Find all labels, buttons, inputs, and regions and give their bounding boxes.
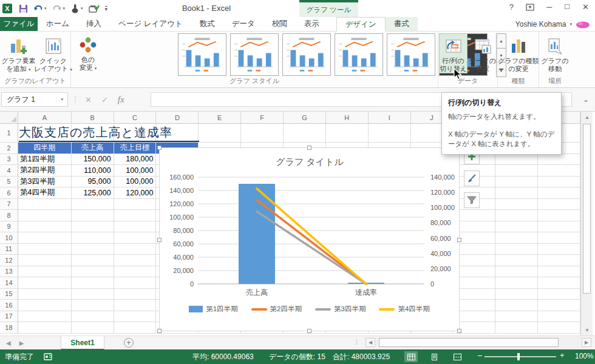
cell-A18[interactable] (18, 322, 72, 334)
row-header-5[interactable]: 5 (0, 177, 18, 188)
chart-style-thumbnail-3[interactable] (282, 33, 331, 76)
row-header-8[interactable]: 8 (0, 210, 18, 221)
cell-L16[interactable] (495, 300, 538, 311)
cell-A8[interactable] (18, 210, 72, 221)
column-header-B[interactable]: B (72, 112, 114, 124)
select-data-button[interactable]: データの選択 (468, 33, 497, 73)
tab-format[interactable]: 書式 (386, 17, 418, 31)
cell-B11[interactable] (72, 244, 114, 255)
cell-L13[interactable] (495, 266, 538, 278)
row-header-10[interactable]: 10 (0, 232, 18, 244)
legend-item-第3四半期[interactable]: 第3四半期 (315, 305, 365, 314)
cell-C15[interactable] (114, 289, 157, 300)
column-header-A[interactable]: A (18, 112, 72, 124)
touch-mode-button[interactable]: ▾ (70, 4, 83, 13)
tab-review[interactable]: 校閲 (264, 17, 296, 31)
cell-M15[interactable] (538, 289, 580, 300)
cell-L3[interactable] (495, 154, 538, 166)
cell-A6[interactable]: 第4四半期 (18, 187, 72, 199)
legend-item-第2四半期[interactable]: 第2四半期 (251, 305, 302, 314)
cell-M8[interactable] (538, 210, 580, 221)
cell-B18[interactable] (72, 322, 114, 334)
chart-handle-se[interactable] (457, 329, 461, 333)
cell-B5[interactable]: 95,000 (72, 177, 114, 188)
chart-handle-sw[interactable] (157, 329, 162, 333)
row-header-11[interactable]: 11 (0, 244, 18, 255)
cell-A13[interactable] (18, 266, 72, 278)
cell-L18[interactable] (495, 322, 538, 334)
help-button[interactable]: ? (509, 2, 514, 12)
column-header-C[interactable]: C (114, 112, 157, 124)
cell-B16[interactable] (72, 300, 114, 311)
tab-data[interactable]: データ (223, 17, 264, 31)
cell-C13[interactable] (114, 266, 157, 278)
cell-M3[interactable] (538, 154, 580, 166)
sheet-nav-next-icon[interactable]: ▶ (19, 340, 24, 346)
change-chart-type-button[interactable]: グラフの種類の変更 (499, 33, 538, 73)
cell-A3[interactable]: 第1四半期 (18, 154, 72, 166)
scroll-up-arrow[interactable]: ▲ (581, 112, 593, 123)
status-count[interactable]: データの個数: 15 (269, 352, 325, 362)
cell-M16[interactable] (538, 300, 580, 311)
sheet-nav-prev-icon[interactable]: ◀ (6, 340, 11, 346)
cell-B8[interactable] (72, 210, 114, 221)
cell-G1[interactable] (284, 124, 326, 143)
expand-formula-bar-icon[interactable]: ⌄ (583, 95, 589, 104)
cell-M10[interactable] (538, 232, 580, 244)
chart-legend[interactable]: 第1四半期第2四半期第3四半期第4四半期 (160, 305, 459, 314)
user-avatar[interactable] (576, 21, 590, 29)
chart-style-thumbnail-5[interactable] (387, 33, 435, 76)
macro-record-icon[interactable] (44, 352, 53, 361)
horizontal-scrollbar[interactable]: ◀ ▶ (364, 337, 593, 349)
cell-L8[interactable] (495, 210, 538, 221)
cell-M7[interactable] (538, 199, 580, 211)
redo-dropdown-icon[interactable]: ▾ (63, 6, 66, 11)
chart-handle-nw[interactable] (157, 146, 162, 150)
cell-M12[interactable] (538, 255, 580, 266)
vertical-scrollbar[interactable]: ▲ ▼ (580, 112, 593, 335)
chart-handle-n[interactable] (307, 146, 311, 150)
view-page-break-button[interactable] (450, 351, 464, 362)
row-header-1[interactable]: 1 (0, 124, 18, 143)
cell-A16[interactable] (18, 300, 72, 311)
status-sum[interactable]: 合計: 480003.925 (333, 352, 390, 362)
row-header-7[interactable]: 7 (0, 199, 18, 211)
horizontal-scroll-thumb[interactable] (379, 338, 559, 347)
cell-C4[interactable]: 100,000 (114, 165, 157, 177)
chart-handle-s[interactable] (307, 329, 311, 333)
new-sheet-button[interactable]: + (124, 338, 134, 348)
select-all-corner[interactable] (0, 112, 18, 124)
column-header-H[interactable]: H (326, 112, 369, 124)
view-normal-button[interactable] (404, 351, 418, 362)
zoom-slider-handle[interactable] (517, 353, 520, 360)
minimize-button[interactable]: ─ (546, 2, 552, 12)
cell-A2[interactable]: 四半期 (18, 143, 72, 154)
cell-B3[interactable]: 150,000 (72, 154, 114, 166)
chart-filters-button[interactable] (464, 192, 480, 208)
cell-A11[interactable] (18, 244, 72, 255)
row-header-4[interactable]: 4 (0, 165, 18, 177)
zoom-slider-track[interactable] (484, 356, 556, 357)
add-chart-element-button[interactable]: グラフ要素を追加 ▾ (2, 33, 35, 74)
user-name[interactable]: Yoshie Kohama (515, 20, 566, 29)
cell-B14[interactable] (72, 277, 114, 289)
redo-button[interactable]: ▾ (52, 4, 66, 13)
cancel-formula-icon[interactable]: ✕ (85, 95, 92, 104)
undo-button[interactable]: ▾ (33, 4, 47, 13)
change-colors-button[interactable]: 色の変更 ▾ (74, 33, 102, 73)
cell-L9[interactable] (495, 221, 538, 233)
formula-bar-drag-handle[interactable]: ⋮ (72, 95, 79, 104)
cell-C2[interactable]: 売上目標 (114, 143, 157, 154)
cell-C11[interactable] (114, 244, 157, 255)
sheet-title-a1[interactable]: 大阪支店の売上高と達成率 (19, 124, 199, 142)
cell-M11[interactable] (538, 244, 580, 255)
cell-C5[interactable]: 100,000 (114, 177, 157, 188)
cell-C16[interactable] (114, 300, 157, 311)
cell-F1[interactable] (241, 124, 284, 143)
zoom-level[interactable]: 100% (575, 352, 594, 360)
cell-C14[interactable] (114, 277, 157, 289)
enter-formula-icon[interactable]: ✓ (101, 95, 108, 104)
cell-C17[interactable] (114, 311, 157, 323)
cell-A14[interactable] (18, 277, 72, 289)
view-page-layout-button[interactable] (427, 351, 441, 362)
